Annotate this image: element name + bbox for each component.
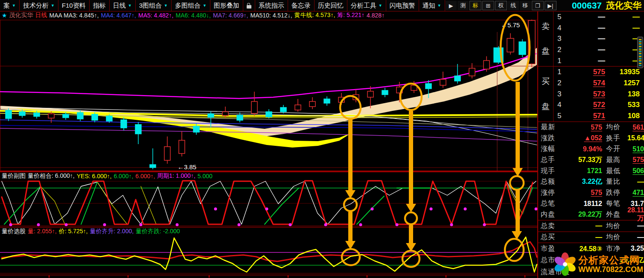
stat-value: 506 xyxy=(627,167,644,175)
panel2-header: 量价副图量价相合: 6.000↑,YES: 6.000↑,6.000↑,6.00… xyxy=(0,172,539,180)
stat-value: 9.94% xyxy=(562,145,602,153)
stat-row: 涨跌▲052换手15.64% xyxy=(538,133,644,144)
level-number: 1 xyxy=(554,68,569,76)
tool-glyph: 标 xyxy=(472,2,478,9)
indicator-info-bar: ★茂化实华日线MAA MA3: 4.845↑,MA4: 4.647↑,MA5: … xyxy=(0,11,539,20)
buy-row[interactable]: 5571108 xyxy=(554,110,644,122)
stock-title: 000637茂化实华 xyxy=(569,0,644,11)
stat-row: 现手1721最低506 xyxy=(538,165,644,177)
indicator-text: 茂化实华 xyxy=(9,12,33,19)
sell-row[interactable]: 1—— xyxy=(554,55,644,67)
buy-price: 574 xyxy=(569,79,605,87)
menu-item-14[interactable]: 通知▼ xyxy=(419,0,445,11)
sell-volume: — xyxy=(605,24,644,32)
menu-item-11[interactable]: 历史回忆 xyxy=(315,0,347,11)
menu-item-10[interactable]: 备忘录 xyxy=(288,0,315,11)
main-candlestick-chart[interactable]: ←5.75←3.85 xyxy=(0,20,537,171)
menu-item-lock[interactable] xyxy=(243,0,255,11)
indicator-text: MA5: 4.482↑, xyxy=(138,12,174,19)
stat-label: 总手 xyxy=(541,156,562,165)
toolbar-icon-1[interactable]: 测 xyxy=(458,1,469,10)
toolbar-icon-0[interactable]: ▶ xyxy=(446,1,457,10)
flower-logo-icon xyxy=(553,252,577,277)
indicator-text: 量: 2.055↑, xyxy=(28,228,57,235)
stat-value: 3.22亿 xyxy=(562,177,602,186)
indicator-text: 日线 xyxy=(35,12,47,19)
indicator-text: 6.000↑, xyxy=(114,173,133,180)
toolbar-icon-8[interactable]: ▶| xyxy=(545,1,557,10)
menu-item-4[interactable]: 日线▼ xyxy=(110,0,136,11)
buy-volume: 108 xyxy=(605,112,644,120)
price-label: ←5.75 xyxy=(501,21,520,29)
tool-glyph: ❐ xyxy=(535,3,540,9)
buy-row[interactable]: 25741257 xyxy=(554,78,644,89)
sell-label: 卖 xyxy=(542,21,550,32)
stat-value: 575 xyxy=(562,124,602,131)
menu-item-13[interactable]: 闪电预警 xyxy=(386,0,419,11)
stat-value: 510 xyxy=(627,145,644,153)
quote-buy-block: 买盘15751393525741257357313845725335571108 xyxy=(538,67,644,122)
stat-value: 15.64% xyxy=(627,134,644,142)
menu-item-6[interactable]: 多图组合▼ xyxy=(172,0,210,11)
toolbar-icon-3[interactable]: ⊞ xyxy=(482,1,494,10)
sell-label: 盘 xyxy=(542,46,550,57)
stock-name: 茂化实华 xyxy=(606,0,641,12)
app-window: 案▼技术分析▼F10资料指标日线▼3图组合▼多图组合▼图形叠加系统指示备忘录历史… xyxy=(0,0,644,278)
sell-price: — xyxy=(569,57,605,65)
menu-item-label: 通知 xyxy=(423,2,435,10)
menu-item-5[interactable]: 3图组合▼ xyxy=(136,0,172,11)
indicator-text: 量价齐跌: -2.000 xyxy=(136,228,180,235)
menu-item-9[interactable]: 系统指示 xyxy=(255,0,288,11)
menu-item-label: 3图组合 xyxy=(139,2,162,10)
stat-row: 总额3.22亿量比— xyxy=(538,177,644,188)
menu-item-0[interactable]: 案▼ xyxy=(0,0,20,11)
stat-value: — xyxy=(627,222,644,230)
indicator-text: 4.828↑ xyxy=(367,12,385,19)
toolbar-icon-2[interactable]: 标 xyxy=(469,1,481,10)
tool-glyph: ▶| xyxy=(548,3,553,9)
volume-gauge[interactable] xyxy=(637,37,643,68)
sell-row[interactable]: 4—— xyxy=(554,23,644,34)
stat-label: 涨停 xyxy=(541,188,562,197)
menu-item-1[interactable]: 技术分析▼ xyxy=(20,0,58,11)
toolbar-icon-5[interactable]: 线 xyxy=(508,1,519,10)
dropdown-arrow-icon: ▼ xyxy=(12,3,16,8)
menu-item-3[interactable]: 指标 xyxy=(90,0,110,11)
sell-row[interactable]: 5—— xyxy=(554,12,644,23)
buy-row[interactable]: 157513935 xyxy=(554,67,644,78)
sell-row[interactable]: 2—— xyxy=(554,44,644,55)
stat-label: 量比 xyxy=(606,177,627,186)
stat-value: — xyxy=(627,234,644,241)
stat-value: — xyxy=(627,178,644,186)
stat-value: 57.33万 xyxy=(562,156,602,165)
stat-value: — xyxy=(562,222,602,230)
tool-glyph: ⊞ xyxy=(486,3,490,9)
stat-label: 换手 xyxy=(606,134,627,143)
indicator-text: MA4: 4.647↑, xyxy=(101,12,137,19)
stat-value: 29.22万 xyxy=(562,210,602,219)
menu-item-2[interactable]: F10资料 xyxy=(58,0,90,11)
stat-value: 471 xyxy=(627,189,644,197)
toolbar-icon-6[interactable]: 移 xyxy=(520,1,531,10)
buy-row[interactable]: 4572533 xyxy=(554,100,644,111)
menu-item-label: 系统指示 xyxy=(259,2,284,10)
menu-item-7[interactable]: 图形叠加 xyxy=(210,0,243,11)
level-number: 1 xyxy=(554,57,569,65)
menu-item-label: 案 xyxy=(3,2,10,10)
indicator-text: 量价齐升: 2.000, xyxy=(90,228,134,235)
stat-value: 24.58③ xyxy=(562,245,602,253)
price-labels: ←5.75←3.85 xyxy=(178,21,520,171)
toolbar-icon-7[interactable]: ❐ xyxy=(532,1,544,10)
stat-label: 现手 xyxy=(541,167,562,176)
toolbar-icon-4[interactable]: 权 xyxy=(495,1,507,10)
stat-label: 最低 xyxy=(606,167,627,176)
level-number: 4 xyxy=(554,101,569,109)
stat-label: 总笔 xyxy=(541,199,562,208)
menu-item-12[interactable]: 分析工具▼ xyxy=(347,0,386,11)
buy-row[interactable]: 3573138 xyxy=(554,89,644,100)
sell-price: — xyxy=(569,13,605,21)
series-lines xyxy=(2,181,536,224)
stat-row: 涨停575跌停471 xyxy=(538,187,644,198)
lock-icon xyxy=(247,5,251,9)
sell-row[interactable]: 3—— xyxy=(554,33,644,44)
